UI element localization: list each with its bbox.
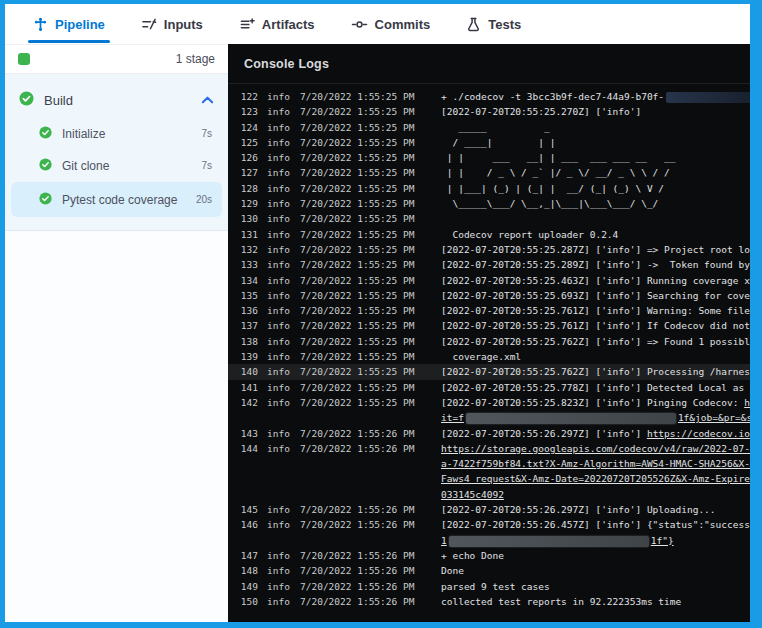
log-link[interactable]: 1 <box>441 535 447 546</box>
log-row[interactable]: 130info7/20/2022 1:55:25 PM <box>228 211 750 226</box>
log-timestamp <box>300 410 435 425</box>
log-row[interactable]: 127info7/20/2022 1:55:25 PM | | / _ \ / … <box>228 165 750 180</box>
log-text: Codecov report uploader 0.2.4 <box>441 229 618 240</box>
log-message: \_____\___/ \__,_|\___|\___\___/ \_/ <box>441 196 750 211</box>
log-row[interactable]: 137info7/20/2022 1:55:25 PM[2022-07-20T2… <box>228 318 750 333</box>
log-row[interactable]: 144info7/20/2022 1:55:26 PMhttps://stora… <box>228 441 750 456</box>
log-level: info <box>267 318 297 333</box>
log-row[interactable]: 135info7/20/2022 1:55:25 PM[2022-07-20T2… <box>228 288 750 303</box>
log-message: [2022-07-20T20:55:25.287Z] ['info'] => P… <box>441 242 750 257</box>
tab-label: Commits <box>375 17 431 32</box>
console-header: Console Logs <box>228 44 750 84</box>
log-text: [2022-07-20T20:55:25.762Z] ['info'] => F… <box>441 336 750 347</box>
log-message: 11f"} <box>441 533 750 548</box>
log-row[interactable]: 126info7/20/2022 1:55:25 PM | | ___ __| … <box>228 150 750 165</box>
log-line-number: 124 <box>234 120 258 135</box>
log-timestamp: 7/20/2022 1:55:25 PM <box>300 135 435 150</box>
log-link[interactable]: https://codecov.io <box>647 428 750 439</box>
step-initialize[interactable]: Initialize 7s <box>11 118 222 149</box>
stage-group-build[interactable]: Build <box>5 83 228 117</box>
log-line-number: 148 <box>234 563 258 578</box>
log-line-number: 123 <box>234 104 258 119</box>
log-message: [2022-07-20T20:55:26.457Z] ['info'] {"st… <box>441 517 750 532</box>
log-line-number <box>234 410 258 425</box>
log-level <box>267 487 297 502</box>
step-duration: 7s <box>201 160 212 171</box>
log-level: info <box>267 517 297 532</box>
log-row[interactable]: 138info7/20/2022 1:55:25 PM[2022-07-20T2… <box>228 334 750 349</box>
stage-sidebar: 1 stage Build <box>5 44 228 622</box>
log-row[interactable]: it=f1f&job=&pr=&se <box>228 410 750 425</box>
tests-icon <box>466 17 481 32</box>
tab-inputs[interactable]: Inputs <box>141 4 203 44</box>
log-link[interactable]: a-7422f759bf84.txt?X-Amz-Algorithm=AWS4-… <box>441 458 750 469</box>
log-row[interactable]: 122info7/20/2022 1:55:25 PM+ ./codecov -… <box>228 89 750 104</box>
log-message: | | ___ __| | ___ ___ ___ __ __ <box>441 150 750 165</box>
log-row[interactable]: 150info7/20/2022 1:55:26 PMcollected tes… <box>228 594 750 609</box>
log-text: _____ _ <box>441 122 550 133</box>
log-row[interactable]: 136info7/20/2022 1:55:25 PM[2022-07-20T2… <box>228 303 750 318</box>
log-row[interactable]: 149info7/20/2022 1:55:26 PMparsed 9 test… <box>228 579 750 594</box>
log-level: info <box>267 89 297 104</box>
log-row[interactable]: 147info7/20/2022 1:55:26 PM+ echo Done <box>228 548 750 563</box>
stage-count-label: 1 stage <box>176 52 215 66</box>
log-row[interactable]: 128info7/20/2022 1:55:25 PM | |___| (_) … <box>228 181 750 196</box>
log-row[interactable]: 134info7/20/2022 1:55:25 PM[2022-07-20T2… <box>228 273 750 288</box>
log-message: [2022-07-20T20:55:25.762Z] ['info'] Proc… <box>441 364 750 379</box>
log-timestamp: 7/20/2022 1:55:26 PM <box>300 579 435 594</box>
log-row[interactable]: 145info7/20/2022 1:55:26 PM[2022-07-20T2… <box>228 502 750 517</box>
log-level: info <box>267 349 297 364</box>
log-message: [2022-07-20T20:55:25.762Z] ['info'] => F… <box>441 334 750 349</box>
log-row[interactable]: 033145c4092 <box>228 487 750 502</box>
log-line-number: 126 <box>234 150 258 165</box>
log-row[interactable]: 11f"} <box>228 533 750 548</box>
log-row[interactable]: 148info7/20/2022 1:55:26 PMDone <box>228 563 750 578</box>
console-title: Console Logs <box>244 57 329 71</box>
log-row[interactable]: 141info7/20/2022 1:55:25 PM[2022-07-20T2… <box>228 380 750 395</box>
log-link[interactable]: 033145c4092 <box>441 489 504 500</box>
log-link[interactable]: Faws4_request&X-Amz-Date=20220720T205526… <box>441 473 750 484</box>
console-log-list[interactable]: 122info7/20/2022 1:55:25 PM+ ./codecov -… <box>228 84 750 622</box>
log-row[interactable]: 143info7/20/2022 1:55:26 PM[2022-07-20T2… <box>228 426 750 441</box>
log-line-number: 127 <box>234 165 258 180</box>
log-row[interactable]: 125info7/20/2022 1:55:25 PM / ____| | | <box>228 135 750 150</box>
log-message: _____ _ <box>441 120 750 135</box>
log-timestamp: 7/20/2022 1:55:26 PM <box>300 502 435 517</box>
log-row[interactable]: 131info7/20/2022 1:55:25 PM Codecov repo… <box>228 227 750 242</box>
log-level: info <box>267 211 297 226</box>
log-row[interactable]: Faws4_request&X-Amz-Date=20220720T205526… <box>228 471 750 486</box>
step-git-clone[interactable]: Git clone 7s <box>11 150 222 181</box>
log-link[interactable]: 1f"} <box>651 535 674 546</box>
redacted-token <box>466 413 676 424</box>
tab-commits[interactable]: Commits <box>351 4 431 44</box>
log-row[interactable]: 139info7/20/2022 1:55:25 PM coverage.xml <box>228 349 750 364</box>
log-link[interactable]: https://storage.googleapis.com/codecov/v… <box>441 443 750 454</box>
log-row[interactable]: 123info7/20/2022 1:55:25 PM[2022-07-20T2… <box>228 104 750 119</box>
log-line-number: 144 <box>234 441 258 456</box>
log-row[interactable]: 133info7/20/2022 1:55:25 PM[2022-07-20T2… <box>228 257 750 272</box>
log-timestamp: 7/20/2022 1:55:25 PM <box>300 242 435 257</box>
tab-artifacts[interactable]: Artifacts <box>239 4 315 44</box>
tab-tests[interactable]: Tests <box>466 4 521 44</box>
log-row[interactable]: 124info7/20/2022 1:55:25 PM _____ _ <box>228 120 750 135</box>
tab-label: Artifacts <box>262 17 315 32</box>
log-link[interactable]: 1f&job=&pr=&se <box>678 412 750 423</box>
log-link[interactable]: it=f <box>441 412 464 423</box>
log-text: | |___| (_) | (_| | __/ (_| (_) \ V / <box>441 183 664 194</box>
log-link[interactable]: ht <box>744 397 750 408</box>
step-pytest-code-coverage[interactable]: Pytest code coverage 20s <box>11 182 222 217</box>
chevron-up-icon[interactable] <box>201 91 214 109</box>
log-text: [2022-07-20T20:55:25.761Z] ['info'] Warn… <box>441 305 750 316</box>
log-message: [2022-07-20T20:55:25.463Z] ['info'] Runn… <box>441 273 750 288</box>
log-line-number: 130 <box>234 211 258 226</box>
log-line-number: 142 <box>234 395 258 410</box>
log-line-number: 129 <box>234 196 258 211</box>
log-row[interactable]: 140info7/20/2022 1:55:25 PM[2022-07-20T2… <box>228 364 750 379</box>
log-row[interactable]: 129info7/20/2022 1:55:25 PM \_____\___/ … <box>228 196 750 211</box>
log-row[interactable]: 142info7/20/2022 1:55:25 PM[2022-07-20T2… <box>228 395 750 410</box>
tab-pipeline[interactable]: Pipeline <box>33 4 105 44</box>
log-line-number: 122 <box>234 89 258 104</box>
log-row[interactable]: 146info7/20/2022 1:55:26 PM[2022-07-20T2… <box>228 517 750 532</box>
log-row[interactable]: 132info7/20/2022 1:55:25 PM[2022-07-20T2… <box>228 242 750 257</box>
log-row[interactable]: a-7422f759bf84.txt?X-Amz-Algorithm=AWS4-… <box>228 456 750 471</box>
